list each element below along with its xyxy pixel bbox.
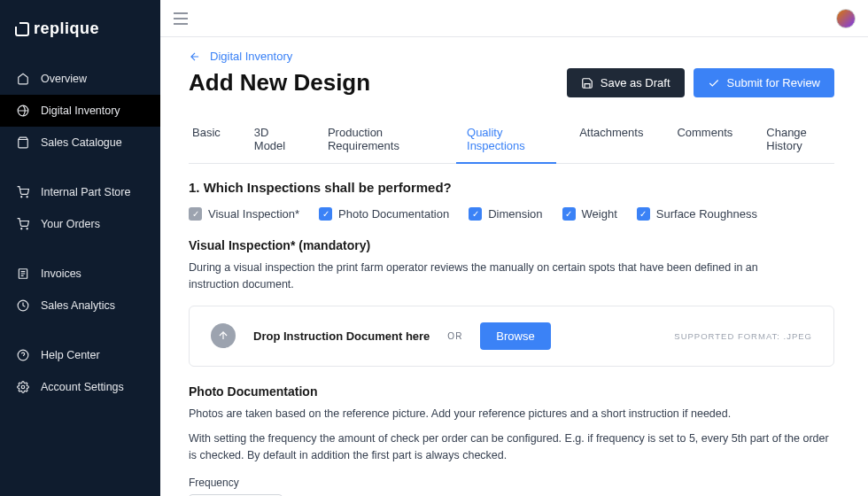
photo-doc-title: Photo Documentation [189,384,834,399]
visual-inspection-desc: During a visual inspection the print far… [189,260,791,293]
sidebar-item-label: Your Orders [41,218,100,230]
photo-doc-desc2: With setting the frequency the amount of… [189,430,834,464]
sidebar-item-overview[interactable]: Overview [0,63,160,95]
cart-icon [16,217,30,231]
tab-3d-model[interactable]: 3D Model [251,117,298,163]
sidebar: replique Overview Digital Inventory Sale… [0,0,160,496]
nav-spacer [0,240,160,258]
tab-production-requirements[interactable]: Production Requirements [324,117,437,163]
tab-change-history[interactable]: Change History [763,117,834,163]
sidebar-item-account-settings[interactable]: Account Settings [0,371,160,403]
invoice-icon [16,267,30,281]
sidebar-item-label: Internal Part Store [41,186,130,198]
tab-quality-inspections[interactable]: Quality Inspections [463,117,549,163]
supported-format: SUPPORTED FORMAT: .JPEG [674,331,812,341]
tab-label: Production Requirements [328,126,399,152]
sidebar-item-label: Sales Analytics [41,299,115,312]
frequency-label: Frequency [189,477,834,489]
sidebar-item-label: Overview [41,73,87,85]
sidebar-item-label: Sales Catalogue [41,136,122,149]
nav-spacer [0,322,160,339]
check-dimension[interactable]: ✓Dimension [469,207,542,221]
tab-label: Quality Inspections [467,126,525,152]
check-label: Visual Inspection* [208,207,299,221]
upload-icon [211,323,236,348]
dropzone[interactable]: Drop Instruction Document here OR Browse… [189,306,834,367]
question-number: 1. [189,180,200,195]
sidebar-item-sales-catalogue[interactable]: Sales Catalogue [0,127,160,159]
content-scroll[interactable]: Digital Inventory Add New Design Save as… [160,37,868,496]
sidebar-item-digital-inventory[interactable]: Digital Inventory [0,95,160,127]
checkbox-row: ✓Visual Inspection* ✓Photo Documentation… [189,207,834,221]
checkbox-icon: ✓ [562,207,576,221]
check-label: Dimension [488,207,542,221]
logo-icon [14,21,30,37]
photo-doc-desc1: Photos are taken based on the reference … [189,406,791,422]
checkbox-icon: ✓ [319,207,332,221]
sidebar-item-label: Digital Inventory [41,105,120,117]
header-actions: Save as Draft Submit for Review [567,68,834,97]
dropzone-text: Drop Instruction Document here [253,329,430,343]
main: Digital Inventory Add New Design Save as… [160,0,868,496]
check-label: Weight [582,207,617,221]
arrow-left-icon [189,50,201,63]
submit-for-review-button[interactable]: Submit for Review [694,68,834,97]
button-label: Browse [496,329,534,343]
dropzone-or: OR [447,331,462,341]
globe-icon [16,104,30,118]
page-title: Add New Design [189,69,370,97]
checkbox-icon: ✓ [469,207,482,221]
question-section: 1. Which Inspections shall be performed?… [189,180,834,496]
save-as-draft-button[interactable]: Save as Draft [567,68,685,97]
tab-label: Attachments [579,126,643,139]
sidebar-item-label: Account Settings [41,381,124,393]
nav-spacer [0,159,160,176]
check-label: Surface Roughness [656,207,757,221]
check-icon [708,77,720,89]
check-label: Photo Documentation [338,207,449,221]
page-header: Add New Design Save as Draft Submit for … [189,68,834,97]
topbar [160,0,868,37]
home-icon [16,72,30,86]
sidebar-item-sales-analytics[interactable]: Sales Analytics [0,290,160,322]
sidebar-item-invoices[interactable]: Invoices [0,258,160,290]
svg-point-3 [21,197,22,198]
visual-inspection-title: Visual Inspection* (mandatory) [189,238,834,252]
nav-list: Overview Digital Inventory Sales Catalog… [0,63,160,403]
svg-point-5 [21,229,22,229]
analytics-icon [16,298,30,313]
check-surface-roughness[interactable]: ✓Surface Roughness [637,207,757,221]
sidebar-item-your-orders[interactable]: Your Orders [0,208,160,240]
check-weight[interactable]: ✓Weight [562,207,617,221]
help-icon [16,348,30,362]
tab-label: Comments [677,126,732,139]
check-visual-inspection[interactable]: ✓Visual Inspection* [189,207,299,221]
breadcrumb-text: Digital Inventory [210,50,292,63]
question-title: 1. Which Inspections shall be performed? [189,180,834,195]
cart-icon [16,185,30,199]
tab-label: Basic [192,126,221,139]
button-label: Save as Draft [601,76,670,89]
menu-icon[interactable] [173,12,189,25]
breadcrumb[interactable]: Digital Inventory [189,37,834,63]
save-icon [581,77,593,89]
checkbox-icon: ✓ [189,207,202,221]
sidebar-item-label: Help Center [41,349,100,361]
browse-button[interactable]: Browse [480,322,550,350]
sidebar-item-label: Invoices [41,267,81,280]
brand-logo: replique [0,0,160,54]
tab-label: Change History [766,126,807,152]
gear-icon [16,380,30,394]
svg-rect-1 [14,21,19,27]
bag-icon [16,136,30,150]
tab-comments[interactable]: Comments [673,117,736,163]
check-photo-documentation[interactable]: ✓Photo Documentation [319,207,449,221]
tabs: Basic 3D Model Production Requirements Q… [189,117,834,164]
avatar[interactable] [836,9,856,28]
svg-point-6 [27,229,27,229]
brand-text: replique [34,19,99,38]
tab-basic[interactable]: Basic [189,117,224,163]
tab-attachments[interactable]: Attachments [576,117,647,163]
sidebar-item-internal-part-store[interactable]: Internal Part Store [0,176,160,208]
sidebar-item-help-center[interactable]: Help Center [0,339,160,371]
